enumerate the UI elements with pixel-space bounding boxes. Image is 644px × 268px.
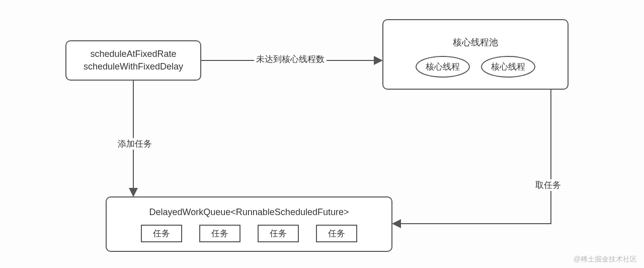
edge-label-to-pool: 未达到核心线程数: [254, 53, 327, 65]
core-thread-1: 核心线程: [416, 56, 470, 78]
thread-pool-box: 核心线程池 核心线程 核心线程: [382, 19, 569, 90]
task-box-1: 任务: [141, 225, 182, 243]
task-box-3: 任务: [258, 225, 299, 243]
task-box-2: 任务: [199, 225, 240, 243]
edge-label-from-pool: 取任务: [533, 179, 563, 191]
pool-row: 核心线程 核心线程: [416, 56, 535, 78]
queue-title: DelayedWorkQueue<RunnableScheduledFuture…: [149, 206, 349, 219]
queue-row: 任务 任务 任务 任务: [141, 225, 357, 243]
schedule-line2: scheduleWithFixedDelay: [84, 60, 183, 73]
queue-box: DelayedWorkQueue<RunnableScheduledFuture…: [106, 196, 392, 252]
schedule-line1: scheduleAtFixedRate: [90, 48, 176, 60]
watermark: @稀土掘金技术社区: [574, 255, 637, 264]
pool-title: 核心线程池: [453, 36, 498, 49]
schedule-box: scheduleAtFixedRate scheduleWithFixedDel…: [65, 40, 201, 81]
task-box-4: 任务: [316, 225, 357, 243]
core-thread-2: 核心线程: [481, 56, 535, 78]
edge-label-to-queue: 添加任务: [116, 138, 154, 150]
